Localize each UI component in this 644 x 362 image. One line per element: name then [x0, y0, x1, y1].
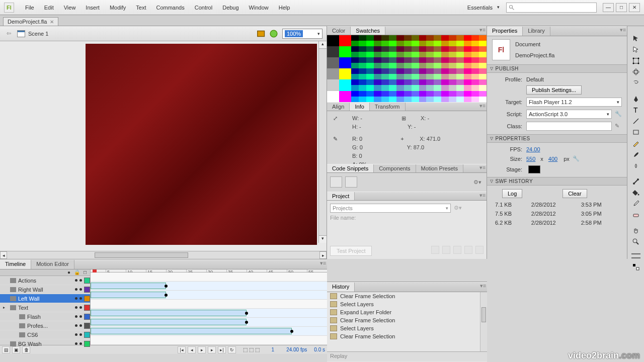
tab-transform[interactable]: Transform: [370, 103, 406, 111]
swf-history-section-header[interactable]: SWF HISTORY: [487, 177, 627, 186]
eraser-tool-icon[interactable]: [630, 210, 641, 219]
stroke-color-swatch[interactable]: [631, 253, 640, 254]
add-to-frame-button[interactable]: [330, 176, 342, 188]
layer-row[interactable]: Left Wall: [0, 294, 90, 303]
current-frame[interactable]: 1: [272, 347, 275, 352]
visibility-column-icon[interactable]: ●: [66, 269, 72, 276]
menu-window[interactable]: Window: [244, 3, 274, 13]
tab-info[interactable]: Info: [350, 103, 369, 111]
edit-symbol-icon[interactable]: [268, 28, 279, 39]
history-item[interactable]: Clear Frame Selection: [327, 316, 487, 324]
outline-column-icon[interactable]: □: [82, 269, 88, 276]
help-search-input[interactable]: [506, 3, 597, 13]
swap-colors-icon[interactable]: [630, 262, 641, 272]
line-tool-icon[interactable]: [630, 117, 641, 126]
bone-tool-icon[interactable]: [630, 177, 641, 186]
document-tab[interactable]: DemoProject.fla ✕: [3, 17, 58, 26]
publish-settings-button[interactable]: Publish Settings...: [526, 85, 582, 95]
log-button[interactable]: Log: [502, 189, 522, 198]
trash-icon[interactable]: [475, 246, 484, 254]
menu-file[interactable]: File: [20, 3, 39, 13]
window-maximize-button[interactable]: □: [616, 3, 627, 12]
new-file-icon[interactable]: [431, 246, 439, 254]
panel-menu-icon[interactable]: ▾≡: [478, 27, 487, 35]
lasso-tool-icon[interactable]: [630, 78, 641, 87]
panel-menu-icon[interactable]: ▾≡: [478, 164, 487, 172]
publish-section-header[interactable]: PUBLISH: [487, 64, 627, 73]
new-folder-icon[interactable]: [442, 246, 450, 254]
workspace-switcher[interactable]: Essentials: [462, 3, 502, 13]
text-tool-icon[interactable]: T: [630, 106, 641, 115]
brush-tool-icon[interactable]: [630, 150, 641, 159]
history-item[interactable]: Expand Layer Folder: [327, 308, 487, 316]
first-frame-button[interactable]: |◂: [178, 346, 186, 353]
window-close-button[interactable]: ✕: [629, 3, 640, 12]
edit-scene-icon[interactable]: [256, 28, 267, 39]
last-frame-button[interactable]: ▸|: [218, 346, 226, 353]
test-project-button[interactable]: Test Project: [330, 246, 372, 256]
eyedropper-tool-icon[interactable]: [630, 199, 641, 208]
layer-row[interactable]: ▸Text: [0, 303, 90, 312]
menu-debug[interactable]: Debug: [217, 3, 244, 13]
locate-icon[interactable]: [464, 246, 472, 254]
menu-commands[interactable]: Commands: [151, 3, 189, 13]
new-layer-button[interactable]: ▤: [2, 346, 10, 353]
panel-menu-icon[interactable]: ▾≡: [478, 192, 487, 200]
layer-row[interactable]: Right Wall: [0, 285, 90, 294]
loop-button[interactable]: ↻: [228, 346, 236, 353]
menu-modify[interactable]: Modify: [105, 3, 131, 13]
tab-color[interactable]: Color: [327, 27, 351, 35]
play-button[interactable]: ▸: [198, 346, 206, 353]
menu-view[interactable]: View: [59, 3, 81, 13]
class-input[interactable]: [526, 122, 612, 131]
subselection-tool-icon[interactable]: [630, 45, 641, 54]
pencil-tool-icon[interactable]: [630, 139, 641, 148]
edit-class-icon[interactable]: ✎: [615, 123, 622, 130]
tab-motion-editor[interactable]: Motion Editor: [31, 260, 74, 269]
horizontal-scrollbar[interactable]: ◂▸: [0, 251, 327, 259]
clear-button[interactable]: Clear: [562, 189, 587, 198]
zoom-dropdown[interactable]: 100%: [282, 29, 323, 39]
layer-row[interactable]: Profes...: [0, 321, 90, 330]
stage-width[interactable]: 550: [526, 156, 535, 162]
replay-button[interactable]: Replay: [330, 353, 347, 359]
layer-row[interactable]: CS6: [0, 330, 90, 339]
menu-help[interactable]: Help: [274, 3, 295, 13]
copy-clipboard-button[interactable]: [345, 176, 357, 188]
fps-display[interactable]: 24.00 fps: [286, 347, 307, 352]
deco-tool-icon[interactable]: [630, 161, 641, 170]
panel-menu-icon[interactable]: ▾≡: [319, 260, 327, 269]
tab-align[interactable]: Align: [327, 103, 350, 111]
frames-area[interactable]: 510152025303540455055: [91, 269, 327, 345]
wrench-icon[interactable]: 🔧: [573, 155, 580, 162]
panel-menu-icon[interactable]: ▾≡: [479, 283, 487, 292]
panel-menu-icon[interactable]: ▾≡: [619, 27, 627, 36]
fps-value[interactable]: 24.00: [526, 146, 540, 152]
rectangle-tool-icon[interactable]: [630, 128, 641, 137]
tab-components[interactable]: Components: [374, 164, 416, 172]
tab-timeline[interactable]: Timeline: [0, 260, 31, 269]
back-icon[interactable]: ⇦: [4, 29, 13, 38]
tab-properties[interactable]: Properties: [487, 27, 523, 36]
history-item[interactable]: Clear Frame Selection: [327, 292, 487, 300]
project-select-dropdown[interactable]: Projects: [330, 204, 451, 213]
free-transform-tool-icon[interactable]: [630, 56, 641, 65]
pen-tool-icon[interactable]: [630, 95, 641, 104]
history-item[interactable]: Select Layers: [327, 324, 487, 332]
pin-icon[interactable]: [453, 246, 461, 254]
new-folder-button[interactable]: ▣: [12, 346, 20, 353]
properties-section-header[interactable]: PROPERTIES: [487, 134, 627, 143]
layer-row[interactable]: Actions: [0, 276, 90, 285]
zoom-tool-icon[interactable]: [630, 237, 641, 246]
panel-menu-icon[interactable]: ▾≡: [478, 103, 487, 111]
tab-code-snippets[interactable]: Code Snippets: [327, 164, 374, 172]
tab-project[interactable]: Project: [327, 192, 355, 200]
stage-color-swatch[interactable]: [528, 165, 540, 173]
wrench-icon[interactable]: 🔧: [615, 111, 622, 118]
stage-canvas[interactable]: [86, 44, 317, 245]
fill-color-swatch[interactable]: [631, 257, 640, 258]
scene-name[interactable]: Scene 1: [28, 31, 48, 37]
tab-history[interactable]: History: [327, 283, 355, 292]
hand-tool-icon[interactable]: [630, 226, 641, 235]
swatches-panel[interactable]: [327, 35, 487, 102]
